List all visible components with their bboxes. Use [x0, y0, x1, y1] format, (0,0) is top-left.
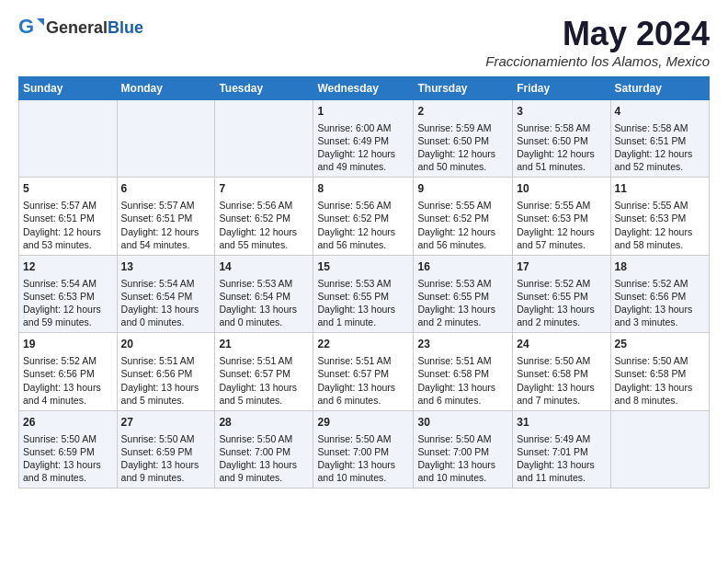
calendar-cell: 29Sunrise: 5:50 AMSunset: 7:00 PMDayligh… — [313, 410, 414, 488]
day-number: 6 — [121, 181, 211, 197]
day-info: Sunrise: 5:51 AMSunset: 6:58 PMDaylight:… — [417, 354, 508, 407]
weekday-header-saturday: Saturday — [610, 77, 709, 100]
day-number: 20 — [121, 337, 211, 352]
calendar-cell: 16Sunrise: 5:53 AMSunset: 6:55 PMDayligh… — [414, 255, 513, 332]
day-info: Sunrise: 5:57 AMSunset: 6:51 PMDaylight:… — [121, 199, 211, 251]
weekday-header-monday: Monday — [117, 77, 215, 100]
calendar-cell: 10Sunrise: 5:55 AMSunset: 6:53 PMDayligh… — [513, 178, 610, 255]
day-number: 30 — [417, 415, 508, 431]
calendar-cell — [215, 100, 313, 178]
location-subtitle: Fraccionamiento los Alamos, Mexico — [485, 53, 710, 69]
day-info: Sunrise: 5:57 AMSunset: 6:51 PMDaylight:… — [23, 199, 113, 251]
day-info: Sunrise: 5:55 AMSunset: 6:52 PMDaylight:… — [417, 199, 508, 251]
calendar-cell: 25Sunrise: 5:50 AMSunset: 6:58 PMDayligh… — [610, 333, 709, 410]
calendar-cell: 17Sunrise: 5:52 AMSunset: 6:55 PMDayligh… — [513, 255, 610, 332]
day-number: 16 — [417, 259, 508, 275]
svg-text:G: G — [18, 15, 34, 38]
calendar-cell: 14Sunrise: 5:53 AMSunset: 6:54 PMDayligh… — [215, 255, 313, 332]
calendar-cell: 5Sunrise: 5:57 AMSunset: 6:51 PMDaylight… — [19, 178, 118, 255]
day-number: 3 — [517, 104, 606, 120]
weekday-header-sunday: Sunday — [19, 77, 118, 100]
calendar-cell: 4Sunrise: 5:58 AMSunset: 6:51 PMDaylight… — [610, 100, 709, 178]
calendar-cell — [610, 410, 709, 488]
day-info: Sunrise: 5:59 AMSunset: 6:50 PMDaylight:… — [417, 121, 508, 174]
logo-icon: G — [18, 15, 44, 40]
calendar-cell: 20Sunrise: 5:51 AMSunset: 6:56 PMDayligh… — [117, 333, 215, 410]
month-year-title: May 2024 — [485, 15, 710, 53]
calendar-cell: 9Sunrise: 5:55 AMSunset: 6:52 PMDaylight… — [414, 178, 513, 255]
day-info: Sunrise: 5:49 AMSunset: 7:01 PMDaylight:… — [517, 432, 606, 485]
day-number: 24 — [517, 337, 606, 352]
calendar-cell: 22Sunrise: 5:51 AMSunset: 6:57 PMDayligh… — [313, 333, 414, 410]
day-info: Sunrise: 5:55 AMSunset: 6:53 PMDaylight:… — [615, 199, 705, 251]
day-info: Sunrise: 5:55 AMSunset: 6:53 PMDaylight:… — [517, 199, 606, 251]
calendar-cell: 26Sunrise: 5:50 AMSunset: 6:59 PMDayligh… — [19, 410, 118, 488]
day-info: Sunrise: 5:50 AMSunset: 6:59 PMDaylight:… — [23, 432, 113, 485]
calendar-cell: 27Sunrise: 5:50 AMSunset: 6:59 PMDayligh… — [117, 410, 215, 488]
calendar-cell: 2Sunrise: 5:59 AMSunset: 6:50 PMDaylight… — [414, 100, 513, 178]
day-number: 15 — [317, 259, 409, 275]
day-number: 14 — [219, 259, 309, 275]
calendar-cell: 23Sunrise: 5:51 AMSunset: 6:58 PMDayligh… — [414, 333, 513, 410]
calendar-cell: 1Sunrise: 6:00 AMSunset: 6:49 PMDaylight… — [313, 100, 414, 178]
day-number: 1 — [317, 104, 409, 120]
day-number: 9 — [417, 181, 508, 197]
day-number: 5 — [23, 181, 113, 197]
weekday-header-tuesday: Tuesday — [215, 77, 313, 100]
day-info: Sunrise: 5:51 AMSunset: 6:57 PMDaylight:… — [317, 354, 409, 407]
calendar-cell: 7Sunrise: 5:56 AMSunset: 6:52 PMDaylight… — [215, 178, 313, 255]
calendar-week-row: 1Sunrise: 6:00 AMSunset: 6:49 PMDaylight… — [19, 100, 710, 178]
day-number: 2 — [417, 104, 508, 120]
day-number: 26 — [23, 415, 113, 431]
day-info: Sunrise: 5:58 AMSunset: 6:51 PMDaylight:… — [615, 121, 705, 174]
day-info: Sunrise: 5:50 AMSunset: 6:59 PMDaylight:… — [121, 432, 211, 485]
calendar-cell: 18Sunrise: 5:52 AMSunset: 6:56 PMDayligh… — [610, 255, 709, 332]
calendar-cell: 6Sunrise: 5:57 AMSunset: 6:51 PMDaylight… — [117, 178, 215, 255]
day-info: Sunrise: 5:53 AMSunset: 6:55 PMDaylight:… — [317, 277, 409, 329]
calendar-cell: 11Sunrise: 5:55 AMSunset: 6:53 PMDayligh… — [610, 178, 709, 255]
day-info: Sunrise: 5:56 AMSunset: 6:52 PMDaylight:… — [219, 199, 309, 251]
day-info: Sunrise: 5:51 AMSunset: 6:57 PMDaylight:… — [219, 354, 309, 407]
day-info: Sunrise: 5:54 AMSunset: 6:54 PMDaylight:… — [121, 277, 211, 329]
day-info: Sunrise: 5:50 AMSunset: 7:00 PMDaylight:… — [219, 432, 309, 485]
day-info: Sunrise: 5:58 AMSunset: 6:50 PMDaylight:… — [517, 121, 606, 174]
day-number: 10 — [517, 181, 606, 197]
calendar-body: 1Sunrise: 6:00 AMSunset: 6:49 PMDaylight… — [19, 100, 710, 488]
day-number: 7 — [219, 181, 309, 197]
title-block: May 2024 Fraccionamiento los Alamos, Mex… — [485, 15, 710, 69]
day-info: Sunrise: 5:50 AMSunset: 6:58 PMDaylight:… — [517, 354, 606, 407]
weekday-header-friday: Friday — [513, 77, 610, 100]
day-number: 22 — [317, 337, 409, 352]
calendar-table: SundayMondayTuesdayWednesdayThursdayFrid… — [18, 76, 710, 488]
day-number: 28 — [219, 415, 309, 431]
logo: G GeneralBlue — [18, 15, 143, 40]
day-number: 23 — [417, 337, 508, 352]
calendar-cell: 24Sunrise: 5:50 AMSunset: 6:58 PMDayligh… — [513, 333, 610, 410]
calendar-cell: 19Sunrise: 5:52 AMSunset: 6:56 PMDayligh… — [19, 333, 118, 410]
weekday-header-row: SundayMondayTuesdayWednesdayThursdayFrid… — [19, 77, 710, 100]
calendar-cell — [117, 100, 215, 178]
calendar-header: SundayMondayTuesdayWednesdayThursdayFrid… — [19, 77, 710, 100]
day-number: 13 — [121, 259, 211, 275]
svg-marker-1 — [37, 18, 44, 26]
calendar-cell: 28Sunrise: 5:50 AMSunset: 7:00 PMDayligh… — [215, 410, 313, 488]
day-number: 25 — [615, 337, 705, 352]
weekday-header-thursday: Thursday — [414, 77, 513, 100]
day-number: 8 — [317, 181, 409, 197]
calendar-week-row: 26Sunrise: 5:50 AMSunset: 6:59 PMDayligh… — [19, 410, 710, 488]
day-info: Sunrise: 5:54 AMSunset: 6:53 PMDaylight:… — [23, 277, 113, 329]
day-number: 11 — [615, 181, 705, 197]
calendar-cell: 12Sunrise: 5:54 AMSunset: 6:53 PMDayligh… — [19, 255, 118, 332]
day-number: 27 — [121, 415, 211, 431]
calendar-cell: 31Sunrise: 5:49 AMSunset: 7:01 PMDayligh… — [513, 410, 610, 488]
logo-general-text: General — [46, 18, 108, 37]
page-header: G GeneralBlue May 2024 Fraccionamiento l… — [18, 15, 710, 69]
calendar-cell — [19, 100, 118, 178]
day-info: Sunrise: 5:52 AMSunset: 6:55 PMDaylight:… — [517, 277, 606, 329]
calendar-cell: 21Sunrise: 5:51 AMSunset: 6:57 PMDayligh… — [215, 333, 313, 410]
day-number: 19 — [23, 337, 113, 352]
day-number: 4 — [615, 104, 705, 120]
day-info: Sunrise: 5:52 AMSunset: 6:56 PMDaylight:… — [615, 277, 705, 329]
calendar-cell: 30Sunrise: 5:50 AMSunset: 7:00 PMDayligh… — [414, 410, 513, 488]
day-info: Sunrise: 5:53 AMSunset: 6:55 PMDaylight:… — [417, 277, 508, 329]
